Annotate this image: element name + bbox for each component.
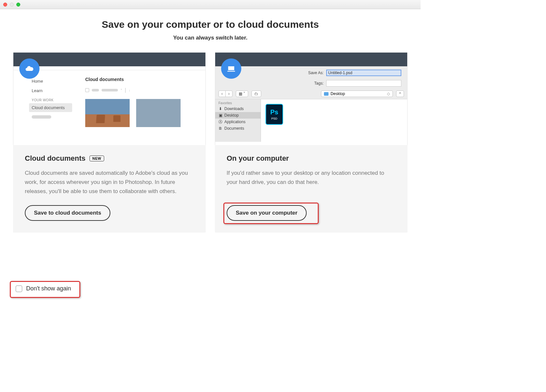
cloud-icon (19, 58, 40, 79)
new-badge: NEW (89, 155, 104, 161)
cloud-nav-cloud-docs: Cloud documents (29, 103, 72, 112)
favorites-header: Favorites (215, 101, 261, 106)
cloud-preview: Home Learn YOUR WORK Cloud documents Clo… (13, 52, 206, 145)
dialog-title: Save on your computer or to cloud docume… (13, 19, 408, 30)
finder-preview: Save As: Tags: ‹› ▦ ˅ (215, 52, 408, 145)
dialog-subtitle: You can always switch later. (13, 35, 408, 41)
location-select: Desktop ◇ (321, 90, 393, 97)
favorites-desktop: ▣Desktop (215, 112, 261, 119)
window-titlebar (0, 0, 421, 9)
tags-label: Tags: (305, 81, 324, 86)
expand-button: ^ (396, 90, 404, 97)
computer-card: Save As: Tags: ‹› ▦ ˅ (215, 52, 408, 233)
cloud-documents-heading: Cloud documents (85, 77, 199, 82)
minimize-window-button[interactable] (10, 3, 14, 7)
computer-card-description: If you'd rather save to your desktop or … (227, 169, 396, 187)
computer-card-title: On your computer (227, 154, 289, 163)
cloud-thumbnail (85, 99, 130, 127)
tags-input (326, 80, 401, 87)
cloud-card-description: Cloud documents are saved automatically … (25, 169, 194, 196)
view-mode: ▦ ˅ (236, 90, 248, 97)
cloud-nav-your-work: YOUR WORK (29, 96, 72, 103)
cloud-nav-learn: Learn (29, 86, 72, 95)
dont-show-again-label: Don't show again (26, 285, 71, 292)
maximize-window-button[interactable] (16, 3, 20, 7)
close-window-button[interactable] (3, 3, 7, 7)
dont-show-again-checkbox[interactable] (16, 286, 22, 292)
favorites-downloads: ⬇Downloads (215, 106, 261, 112)
cloud-nav-home: Home (29, 77, 72, 86)
save-as-label: Save As: (305, 71, 324, 75)
folder-button: 🗀 (251, 90, 261, 97)
save-to-cloud-button[interactable]: Save to cloud documents (25, 205, 110, 221)
cloud-card-title: Cloud documents (25, 154, 86, 163)
favorites-documents: 🗎Documents (215, 125, 261, 132)
favorites-applications: ⒶApplications (215, 119, 261, 125)
dont-show-again-row: Don't show again (13, 283, 79, 295)
psd-file-icon: Ps PSD (265, 104, 283, 125)
cloud-thumbnail (136, 99, 181, 127)
save-as-input (326, 70, 401, 76)
nav-back-forward: ‹› (218, 90, 233, 97)
save-on-computer-button[interactable]: Save on your computer (227, 205, 307, 221)
cloud-documents-card: Home Learn YOUR WORK Cloud documents Clo… (13, 52, 206, 233)
laptop-icon (221, 58, 241, 79)
